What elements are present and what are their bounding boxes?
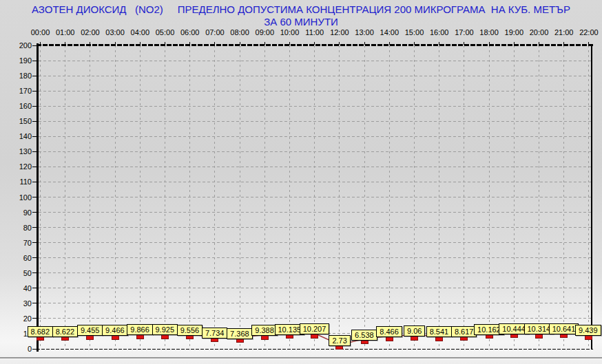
y-tick-label: 140: [0, 132, 32, 140]
data-point-label: 9.925: [152, 324, 178, 335]
x-tick-label: 12:00: [326, 28, 353, 36]
x-tick-label: 03:00: [101, 28, 129, 36]
y-tick-label: 110: [0, 178, 32, 186]
data-point-label: 9.439: [575, 325, 601, 336]
x-tick-label: 21:00: [550, 28, 578, 36]
x-tick-label: 08:00: [226, 28, 253, 36]
y-tick-label: 20: [0, 314, 32, 323]
x-tick-label: 07:00: [201, 28, 229, 36]
data-point-label: 8.617: [451, 326, 477, 337]
x-tick-label: 06:00: [176, 28, 204, 36]
y-tick-label: 130: [0, 147, 32, 156]
x-tick-label: 13:00: [351, 28, 378, 36]
x-tick-label: 17:00: [450, 28, 478, 36]
data-point-label: 10.641: [549, 323, 579, 334]
data-point-label: 8.682: [28, 326, 54, 337]
y-tick-label: 120: [0, 162, 32, 171]
data-point-label: 7.368: [227, 328, 253, 339]
data-point-label: 9.06: [404, 325, 425, 336]
bottom-divider-highlight: [0, 358, 602, 359]
data-point-label: 9.466: [102, 325, 128, 336]
x-tick-label: 22:00: [575, 28, 602, 36]
y-tick-label: 180: [0, 72, 32, 80]
data-point-label: 9.455: [77, 325, 103, 336]
y-tick-label: 90: [0, 208, 32, 217]
y-tick-label: 170: [0, 87, 32, 95]
data-point-label: 2.73: [329, 335, 350, 346]
data-point-label: 9.556: [177, 325, 203, 336]
x-tick-label: 00:00: [27, 28, 54, 36]
x-tick-label: 14:00: [375, 28, 403, 36]
y-tick-label: 200: [0, 41, 32, 50]
y-tick-label: 0: [0, 345, 32, 353]
x-tick-label: 09:00: [251, 28, 278, 36]
x-tick-label: 11:00: [301, 28, 329, 36]
data-point-label: 9.866: [127, 324, 153, 335]
y-tick-label: 160: [0, 102, 32, 110]
x-tick-label: 04:00: [126, 28, 154, 36]
x-tick-label: 16:00: [426, 28, 453, 36]
y-tick-label: 80: [0, 224, 32, 232]
plot-area: [0, 0, 602, 364]
y-tick-label: 150: [0, 117, 32, 125]
data-point-label: 8.622: [52, 326, 79, 337]
data-point-label: 8.466: [376, 326, 402, 337]
x-tick-label: 02:00: [76, 28, 104, 36]
data-point-label: 10.207: [300, 323, 330, 334]
data-point-label: 6.538: [351, 330, 377, 341]
y-tick-label: 30: [0, 299, 32, 308]
y-tick-label: 70: [0, 239, 32, 247]
data-point-label: 8.541: [426, 326, 453, 337]
x-tick-label: 15:00: [401, 28, 428, 36]
no2-chart-window: АЗОТЕН ДИОКСИД (NO2) ПРЕДЕЛНО ДОПУСТИМА …: [0, 0, 602, 364]
x-tick-label: 18:00: [475, 28, 503, 36]
y-tick-label: 60: [0, 254, 32, 262]
x-tick-label: 01:00: [52, 28, 79, 36]
x-tick-label: 20:00: [526, 28, 553, 36]
x-tick-label: 19:00: [500, 28, 528, 36]
y-tick-label: 50: [0, 269, 32, 277]
y-tick-label: 100: [0, 193, 32, 202]
x-tick-label: 05:00: [152, 28, 179, 36]
y-tick-label: 40: [0, 284, 32, 292]
data-point-label: 9.388: [251, 325, 278, 336]
y-tick-label: 190: [0, 56, 32, 65]
data-point-label: 7.734: [202, 328, 228, 339]
x-tick-label: 10:00: [276, 28, 304, 36]
